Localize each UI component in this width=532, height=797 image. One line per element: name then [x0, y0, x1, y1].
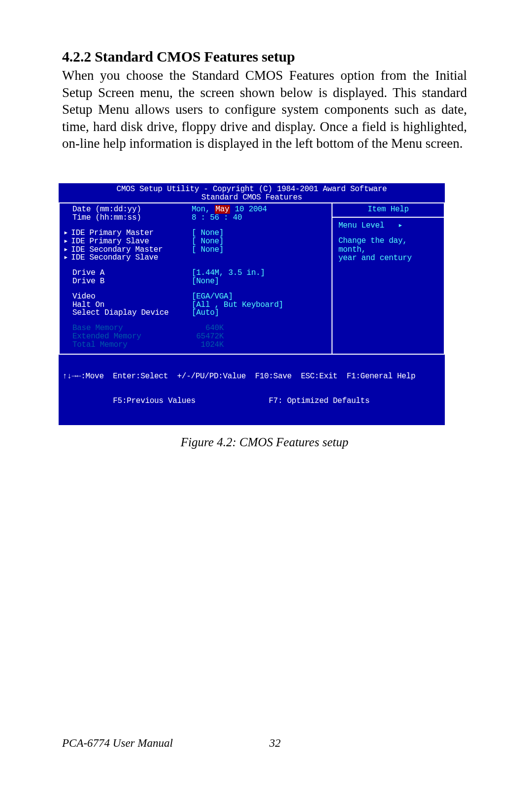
display-device-row[interactable]: Select Diaplay Device [Auto] [64, 309, 328, 317]
extended-memory-row: Extended Memory 65472K [64, 332, 328, 341]
date-value: Mon, May 10 2004 [192, 205, 328, 214]
bios-title-line1: CMOS Setup Utility - Copyright (C) 1984-… [61, 185, 443, 194]
help-text: Change the day, month, year and century [338, 237, 438, 263]
bios-left-panel: Date (mm:dd:yy) Mon, May 10 2004 Time (h… [59, 203, 332, 354]
section-number: 4.2.2 [62, 48, 91, 65]
drive-a-row[interactable]: Drive A [1.44M, 3.5 in.] [64, 269, 328, 277]
footer-line1: ↑↓→←:Move Enter:Select +/-/PU/PD:Value F… [63, 372, 441, 381]
ide-primary-slave-row[interactable]: IDE Primary Slave [ None] [64, 237, 328, 246]
chevron-right-icon: IDE Primary Master [64, 229, 192, 237]
section-heading: 4.2.2 Standard CMOS Features setup [62, 48, 467, 65]
body-paragraph: When you choose the Standard CMOS Featur… [62, 67, 467, 152]
halt-on-row[interactable]: Halt On [All , But Keyboard] [64, 301, 328, 309]
base-memory-row: Base Memory 640K [64, 324, 328, 332]
bios-footer: ↑↓→←:Move Enter:Select +/-/PU/PD:Value F… [59, 355, 445, 425]
bios-title: CMOS Setup Utility - Copyright (C) 1984-… [59, 183, 445, 203]
help-title: Item Help [338, 205, 438, 214]
chevron-right-icon: IDE Primary Slave [64, 237, 192, 246]
drive-b-row[interactable]: Drive B [None] [64, 277, 328, 286]
footer-line2: F5:Previous Values F7: Optimized Default… [63, 397, 441, 405]
ide-secondary-master-row[interactable]: IDE Secondary Master [ None] [64, 246, 328, 254]
time-row[interactable]: Time (hh:mm:ss) 8 : 56 : 40 [64, 214, 328, 222]
chevron-right-icon: IDE Secondary Slave [64, 254, 192, 262]
ide-secondary-slave-row[interactable]: IDE Secondary Slave [64, 254, 328, 262]
bios-screenshot: CMOS Setup Utility - Copyright (C) 1984-… [57, 182, 446, 427]
video-row[interactable]: Video [EGA/VGA] [64, 293, 328, 301]
date-selected-token: May [215, 205, 231, 214]
help-separator [332, 217, 444, 218]
manual-name: PCA-6774 User Manual [62, 737, 173, 749]
menu-level: Menu Level ▸ [338, 222, 438, 230]
date-row[interactable]: Date (mm:dd:yy) Mon, May 10 2004 [64, 205, 328, 214]
total-memory-row: Total Memory 1024K [64, 341, 328, 349]
figure-caption: Figure 4.2: CMOS Features setup [62, 435, 467, 449]
page-footer: PCA-6774 User Manual 32 [62, 737, 281, 750]
time-value: 8 : 56 : 40 [192, 214, 328, 222]
bios-help-panel: Item Help Menu Level ▸ Change the day, m… [332, 203, 445, 354]
page-number: 32 [269, 737, 281, 749]
chevron-right-icon: IDE Secondary Master [64, 246, 192, 254]
bios-title-line2: Standard CMOS Features [61, 194, 443, 202]
ide-primary-master-row[interactable]: IDE Primary Master [ None] [64, 229, 328, 237]
section-title: Standard CMOS Features setup [95, 48, 295, 65]
date-label: Date (mm:dd:yy) [72, 205, 141, 214]
time-label: Time (hh:mm:ss) [72, 213, 141, 222]
